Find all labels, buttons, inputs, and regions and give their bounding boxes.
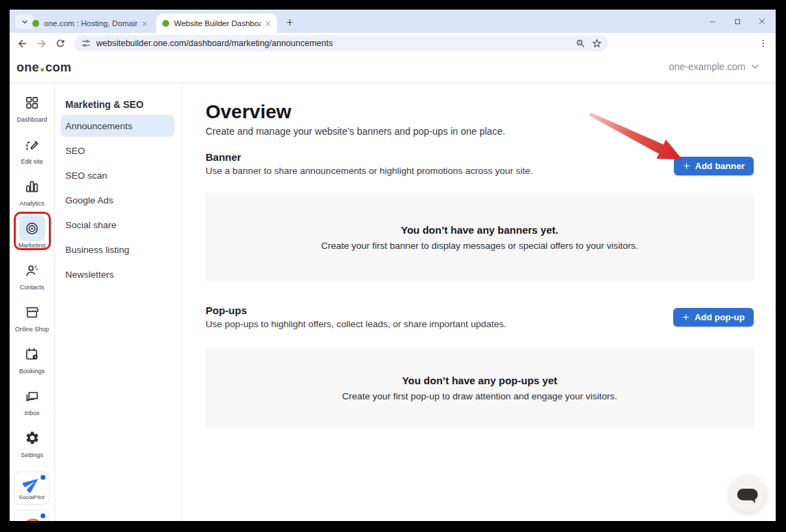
sidebar-item-settings[interactable]: Settings bbox=[10, 428, 54, 469]
paper-plane-icon bbox=[23, 475, 41, 493]
maximize-button[interactable] bbox=[729, 14, 745, 29]
sidebar-item-bookings[interactable]: Bookings bbox=[10, 344, 54, 386]
app-header: one com one-example.com bbox=[10, 54, 776, 83]
browser-window: one.com : Hosting, Domain, Em Website Bu… bbox=[10, 10, 776, 521]
sidebar-item-label: Analytics bbox=[19, 200, 44, 207]
sidebar-item-marketing[interactable]: Marketing bbox=[10, 218, 54, 260]
sidebar-item-dashboard[interactable]: Dashboard bbox=[10, 92, 54, 134]
submenu-title: Marketing & SEO bbox=[55, 94, 182, 115]
minimize-icon bbox=[709, 18, 717, 25]
logo-text: one bbox=[17, 60, 39, 75]
zoom-in-icon[interactable] bbox=[576, 38, 586, 49]
onecom-logo[interactable]: one com bbox=[17, 60, 72, 75]
back-button[interactable] bbox=[15, 36, 29, 50]
sidebar-item-label: Online Shop bbox=[15, 326, 50, 333]
url-text: websitebuilder.one.com/dashboard/marketi… bbox=[96, 38, 333, 48]
popups-empty-state: You don’t have any pop-ups yet Create yo… bbox=[206, 347, 754, 429]
app-body: Dashboard Edit site Analytics Marke bbox=[10, 83, 776, 521]
popups-section-description: Use pop-ups to highlight offers, collect… bbox=[206, 319, 506, 329]
forward-button[interactable] bbox=[34, 36, 48, 50]
bookmark-star-icon[interactable] bbox=[591, 38, 602, 49]
plus-icon bbox=[683, 162, 690, 170]
person-icon bbox=[19, 257, 45, 283]
submenu-item-announcements[interactable]: Announcements bbox=[61, 115, 175, 137]
reload-button[interactable] bbox=[54, 36, 67, 50]
submenu-item-newsletters[interactable]: Newsletters bbox=[61, 263, 175, 285]
submenu-item-business-listing[interactable]: Business listing bbox=[61, 239, 175, 261]
sidebar-item-label: Contacts bbox=[20, 284, 45, 291]
submenu-item-seo-scan[interactable]: SEO scan bbox=[61, 164, 175, 186]
app-card-socialpilot[interactable]: SocialPilot bbox=[14, 472, 50, 505]
forward-arrow-icon bbox=[36, 38, 47, 49]
maximize-icon bbox=[734, 18, 741, 25]
tab-onecom[interactable]: one.com : Hosting, Domain, Em bbox=[26, 14, 154, 33]
button-label: Add pop-up bbox=[695, 312, 745, 322]
empty-state-description: Create your first banner to display mess… bbox=[321, 241, 638, 251]
sidebar-item-label: Settings bbox=[21, 452, 43, 458]
plus-icon bbox=[285, 18, 294, 27]
gear-icon bbox=[19, 425, 45, 451]
url-bar[interactable]: websitebuilder.one.com/dashboard/marketi… bbox=[74, 35, 608, 52]
new-tab-button[interactable] bbox=[283, 16, 296, 28]
empty-state-description: Create your first pop-up to draw attenti… bbox=[342, 391, 618, 401]
tab-title: one.com : Hosting, Domain, Em bbox=[44, 19, 138, 27]
sidebar-item-label: Inbox bbox=[24, 410, 39, 417]
submenu-item-google-ads[interactable]: Google Ads bbox=[61, 189, 175, 211]
partial-app-icon bbox=[23, 513, 40, 521]
site-info-icon[interactable] bbox=[81, 38, 91, 48]
chevron-down-icon bbox=[750, 61, 761, 72]
tab-close-icon[interactable] bbox=[265, 21, 271, 27]
tab-website-builder[interactable]: Website Builder Dashboard bbox=[156, 14, 277, 33]
chat-widget-button[interactable] bbox=[730, 476, 765, 512]
minimize-button[interactable] bbox=[704, 14, 721, 29]
back-arrow-icon bbox=[17, 38, 28, 49]
notification-dot-icon bbox=[41, 513, 45, 518]
sidebar-item-label: Bookings bbox=[19, 368, 45, 375]
reload-icon bbox=[55, 38, 66, 49]
bar-chart-icon bbox=[19, 173, 45, 199]
close-button[interactable] bbox=[754, 14, 770, 29]
edit-pencil-icon bbox=[19, 131, 45, 157]
browser-toolbar: websitebuilder.one.com/dashboard/marketi… bbox=[10, 33, 776, 54]
domain-name: one-example.com bbox=[669, 61, 745, 72]
logo-text: com bbox=[45, 60, 72, 75]
sidebar-item-label: Edit site bbox=[21, 158, 43, 165]
add-popup-button[interactable]: Add pop-up bbox=[673, 308, 754, 326]
tab-title: Website Builder Dashboard bbox=[174, 19, 261, 27]
sidebar-item-label: Marketing bbox=[19, 242, 46, 249]
storefront-icon bbox=[19, 299, 45, 325]
sidebar-item-inbox[interactable]: Inbox bbox=[10, 386, 54, 428]
add-banner-button[interactable]: Add banner bbox=[674, 157, 754, 175]
page-title: Overview bbox=[206, 101, 292, 123]
browser-menu-button[interactable] bbox=[756, 36, 770, 50]
sidebar-item-edit-site[interactable]: Edit site bbox=[10, 134, 54, 176]
icon-sidebar: Dashboard Edit site Analytics Marke bbox=[10, 83, 55, 521]
tab-close-icon[interactable] bbox=[142, 21, 148, 27]
close-icon bbox=[758, 17, 766, 25]
logo-dot-icon bbox=[41, 68, 44, 71]
calendar-clock-icon bbox=[19, 341, 45, 367]
banner-section-description: Use a banner to share announcements or h… bbox=[206, 166, 533, 176]
tab-favicon-icon bbox=[32, 20, 39, 27]
button-label: Add banner bbox=[695, 161, 745, 171]
plus-icon bbox=[682, 313, 690, 321]
three-dots-icon bbox=[758, 38, 768, 48]
dashboard-grid-icon bbox=[19, 89, 45, 115]
popups-section-heading: Pop-ups bbox=[206, 304, 247, 316]
banner-section-heading: Banner bbox=[206, 151, 241, 163]
notification-dot-icon bbox=[41, 475, 45, 480]
main-content: Overview Create and manage your website’… bbox=[182, 83, 776, 521]
chat-bubble-icon bbox=[737, 489, 758, 500]
sidebar-item-label: Dashboard bbox=[17, 116, 47, 123]
sidebar-item-online-shop[interactable]: Online Shop bbox=[10, 302, 54, 344]
empty-state-title: You don’t have any pop-ups yet bbox=[402, 375, 558, 386]
page-subtitle: Create and manage your website’s banners… bbox=[206, 126, 505, 137]
sidebar-item-contacts[interactable]: Contacts bbox=[10, 260, 54, 302]
app-card-label: SocialPilot bbox=[14, 494, 49, 500]
banner-empty-state: You don’t have any banners yet. Create y… bbox=[206, 192, 754, 282]
submenu-item-seo[interactable]: SEO bbox=[61, 140, 175, 162]
app-card-partial[interactable] bbox=[14, 510, 50, 521]
domain-selector[interactable]: one-example.com bbox=[669, 61, 761, 72]
sidebar-item-analytics[interactable]: Analytics bbox=[10, 176, 54, 218]
submenu-item-social-share[interactable]: Social share bbox=[61, 214, 175, 236]
